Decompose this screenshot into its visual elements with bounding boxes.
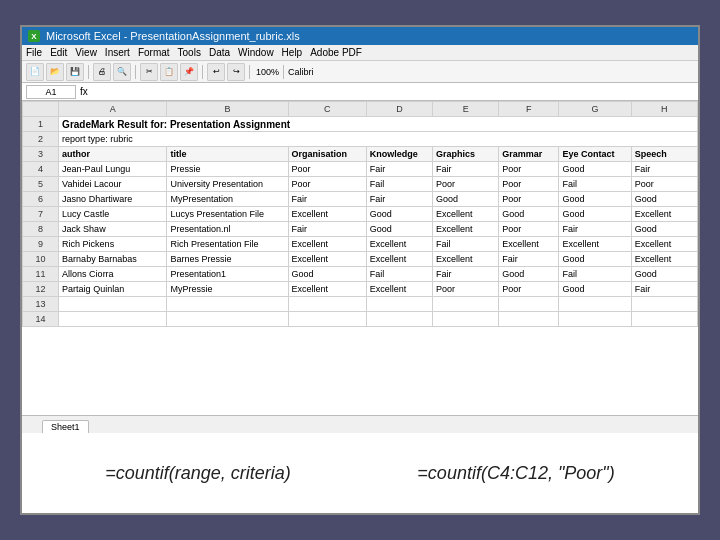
cell-r4-c5[interactable]: Poor [499, 162, 559, 177]
cell-r12-c5[interactable]: Poor [499, 282, 559, 297]
row-header-1[interactable]: 1 [23, 117, 59, 132]
cell-r10-c1[interactable]: Barnes Pressie [167, 252, 288, 267]
cell-r13-c3[interactable] [366, 297, 432, 312]
cell-r4-c1[interactable]: Pressie [167, 162, 288, 177]
cell-r6-c2[interactable]: Fair [288, 192, 366, 207]
menu-view[interactable]: View [75, 47, 97, 58]
cell-r1-c0[interactable]: GradeMark Result for: Presentation Assig… [59, 117, 698, 132]
cell-r6-c0[interactable]: Jasno Dhartiware [59, 192, 167, 207]
cut-button[interactable]: ✂ [140, 63, 158, 81]
cell-r8-c1[interactable]: Presentation.nl [167, 222, 288, 237]
row-header-14[interactable]: 14 [23, 312, 59, 327]
cell-r10-c6[interactable]: Good [559, 252, 631, 267]
cell-r11-c5[interactable]: Good [499, 267, 559, 282]
cell-r13-c7[interactable] [631, 297, 697, 312]
cell-r14-c5[interactable] [499, 312, 559, 327]
cell-r11-c6[interactable]: Fail [559, 267, 631, 282]
cell-r6-c4[interactable]: Good [433, 192, 499, 207]
copy-button[interactable]: 📋 [160, 63, 178, 81]
cell-r4-c3[interactable]: Fair [366, 162, 432, 177]
cell-r5-c7[interactable]: Poor [631, 177, 697, 192]
cell-r13-c4[interactable] [433, 297, 499, 312]
row-header-13[interactable]: 13 [23, 297, 59, 312]
cell-r10-c2[interactable]: Excellent [288, 252, 366, 267]
cell-r9-c2[interactable]: Excellent [288, 237, 366, 252]
preview-button[interactable]: 🔍 [113, 63, 131, 81]
cell-r4-c4[interactable]: Fair [433, 162, 499, 177]
cell-r3-c0[interactable]: author [59, 147, 167, 162]
cell-r11-c0[interactable]: Allons Ciorra [59, 267, 167, 282]
cell-r3-c1[interactable]: title [167, 147, 288, 162]
cell-r5-c1[interactable]: University Presentation [167, 177, 288, 192]
row-header-6[interactable]: 6 [23, 192, 59, 207]
cell-r5-c5[interactable]: Poor [499, 177, 559, 192]
cell-r7-c4[interactable]: Excellent [433, 207, 499, 222]
cell-r6-c3[interactable]: Fair [366, 192, 432, 207]
cell-r8-c5[interactable]: Poor [499, 222, 559, 237]
row-header-10[interactable]: 10 [23, 252, 59, 267]
cell-r6-c1[interactable]: MyPresentation [167, 192, 288, 207]
cell-r3-c6[interactable]: Eye Contact [559, 147, 631, 162]
cell-r10-c5[interactable]: Fair [499, 252, 559, 267]
cell-r7-c3[interactable]: Good [366, 207, 432, 222]
cell-r11-c2[interactable]: Good [288, 267, 366, 282]
menu-data[interactable]: Data [209, 47, 230, 58]
cell-r7-c5[interactable]: Good [499, 207, 559, 222]
cell-r7-c0[interactable]: Lucy Castle [59, 207, 167, 222]
row-header-8[interactable]: 8 [23, 222, 59, 237]
cell-r6-c6[interactable]: Good [559, 192, 631, 207]
cell-r8-c0[interactable]: Jack Shaw [59, 222, 167, 237]
cell-r3-c5[interactable]: Grammar [499, 147, 559, 162]
cell-r11-c7[interactable]: Good [631, 267, 697, 282]
row-header-2[interactable]: 2 [23, 132, 59, 147]
cell-r9-c0[interactable]: Rich Pickens [59, 237, 167, 252]
menu-format[interactable]: F­ormat [138, 47, 170, 58]
col-header-g[interactable]: G [559, 102, 631, 117]
cell-r6-c7[interactable]: Good [631, 192, 697, 207]
save-button[interactable]: 💾 [66, 63, 84, 81]
col-header-b[interactable]: B [167, 102, 288, 117]
cell-r11-c3[interactable]: Fail [366, 267, 432, 282]
cell-r11-c4[interactable]: Fair [433, 267, 499, 282]
cell-r4-c2[interactable]: Poor [288, 162, 366, 177]
cell-r12-c4[interactable]: Poor [433, 282, 499, 297]
menu-adobe[interactable]: Adobe PDF [310, 47, 362, 58]
col-header-f[interactable]: F [499, 102, 559, 117]
cell-r11-c1[interactable]: Presentation1 [167, 267, 288, 282]
open-button[interactable]: 📂 [46, 63, 64, 81]
redo-button[interactable]: ↪ [227, 63, 245, 81]
menu-window[interactable]: Window [238, 47, 274, 58]
cell-r12-c6[interactable]: Good [559, 282, 631, 297]
cell-r5-c2[interactable]: Poor [288, 177, 366, 192]
cell-r3-c2[interactable]: Organisation [288, 147, 366, 162]
cell-r14-c6[interactable] [559, 312, 631, 327]
cell-r13-c6[interactable] [559, 297, 631, 312]
cell-r9-c4[interactable]: Fail [433, 237, 499, 252]
new-button[interactable]: 📄 [26, 63, 44, 81]
cell-r6-c5[interactable]: Poor [499, 192, 559, 207]
cell-r4-c6[interactable]: Good [559, 162, 631, 177]
name-box[interactable] [26, 85, 76, 99]
row-header-4[interactable]: 4 [23, 162, 59, 177]
row-header-5[interactable]: 5 [23, 177, 59, 192]
cell-r14-c0[interactable] [59, 312, 167, 327]
cell-r9-c5[interactable]: Excellent [499, 237, 559, 252]
cell-r14-c2[interactable] [288, 312, 366, 327]
col-header-c[interactable]: C [288, 102, 366, 117]
cell-r5-c3[interactable]: Fail [366, 177, 432, 192]
cell-r3-c4[interactable]: Graphics [433, 147, 499, 162]
cell-r10-c3[interactable]: Excellent [366, 252, 432, 267]
cell-r8-c2[interactable]: Fair [288, 222, 366, 237]
cell-r8-c7[interactable]: Good [631, 222, 697, 237]
cell-r5-c6[interactable]: Fail [559, 177, 631, 192]
cell-r4-c7[interactable]: Fair [631, 162, 697, 177]
cell-r13-c0[interactable] [59, 297, 167, 312]
cell-r12-c2[interactable]: Excellent [288, 282, 366, 297]
cell-r3-c3[interactable]: Knowledge [366, 147, 432, 162]
col-header-h[interactable]: H [631, 102, 697, 117]
cell-r13-c5[interactable] [499, 297, 559, 312]
sheet-tab-1[interactable]: Sheet1 [42, 420, 89, 433]
cell-r9-c3[interactable]: Excellent [366, 237, 432, 252]
cell-r12-c7[interactable]: Fair [631, 282, 697, 297]
cell-r13-c2[interactable] [288, 297, 366, 312]
